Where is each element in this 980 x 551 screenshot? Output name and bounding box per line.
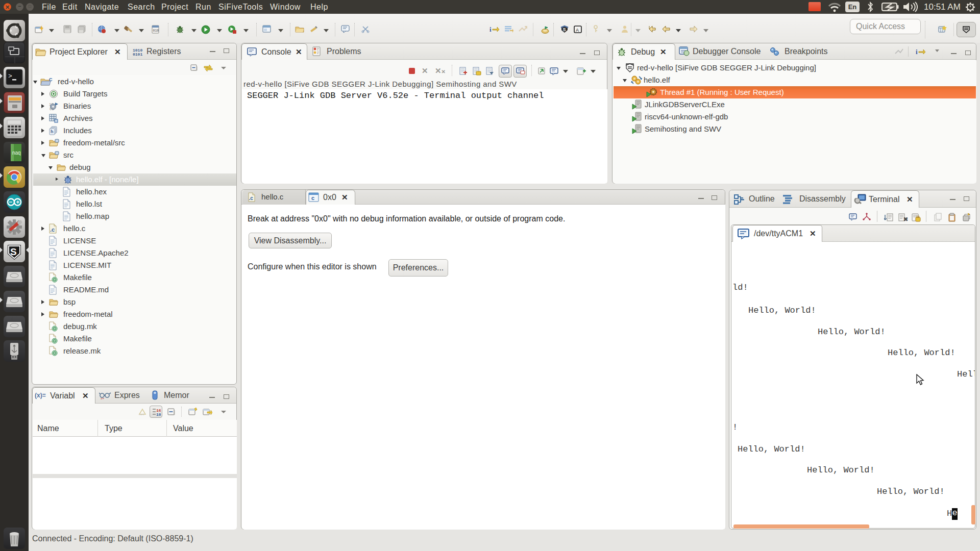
svg-text:i: i <box>489 26 492 33</box>
svg-text:naq: naq <box>12 150 21 156</box>
svg-text:01: 01 <box>50 107 54 111</box>
svg-text:C: C <box>49 77 53 82</box>
svg-text:010: 010 <box>153 29 159 33</box>
svg-text:c: c <box>311 195 314 201</box>
svg-text:.c: .c <box>50 227 55 233</box>
svg-text:>: > <box>8 72 12 80</box>
svg-text:x=: x= <box>101 397 105 400</box>
svg-text:S: S <box>563 27 566 32</box>
svg-text:⌘: ⌘ <box>903 217 908 222</box>
svg-text:nat: nat <box>139 413 144 416</box>
svg-text:S: S <box>10 246 17 257</box>
svg-text:10: 10 <box>156 412 161 416</box>
svg-text:A: A <box>576 28 579 33</box>
svg-text:h: h <box>51 129 54 134</box>
svg-text:.c: .c <box>249 195 254 201</box>
svg-text:i: i <box>916 48 918 56</box>
